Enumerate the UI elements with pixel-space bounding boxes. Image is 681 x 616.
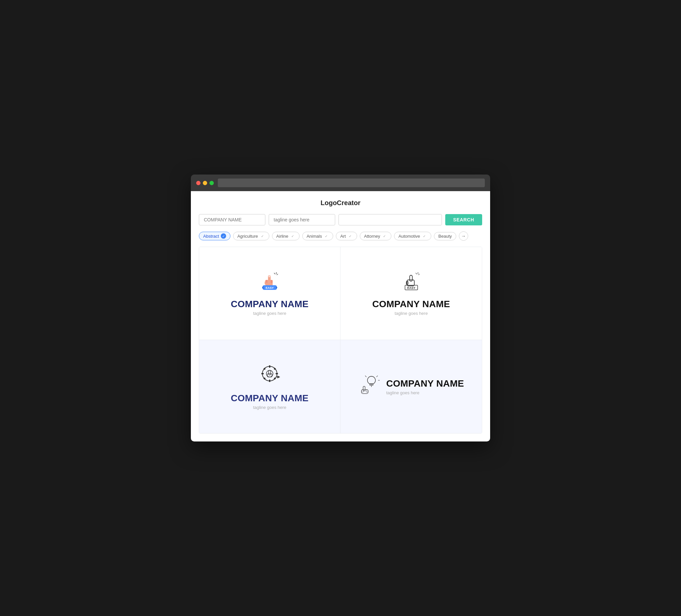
logo-2-tagline: tagline goes here: [395, 311, 428, 316]
svg-rect-6: [271, 280, 273, 283]
check-icon-agriculture: ✓: [260, 233, 265, 239]
extra-input[interactable]: [338, 214, 442, 225]
logo-card-4[interactable]: COMPANY NAME tagline goes here: [340, 340, 482, 433]
dot-red[interactable]: [196, 181, 201, 185]
svg-rect-31: [269, 370, 271, 375]
svg-line-0: [274, 273, 275, 274]
app-title: LogoCreator: [199, 199, 482, 207]
svg-rect-16: [410, 275, 412, 281]
svg-line-2: [277, 274, 278, 275]
company-name-input[interactable]: [199, 214, 266, 225]
search-button[interactable]: SEARCH: [445, 214, 482, 225]
svg-rect-8: [268, 276, 270, 277]
browser-bar: [191, 175, 490, 191]
check-icon-airline: ✓: [290, 233, 295, 239]
check-icon-automotive: ✓: [422, 233, 427, 239]
filter-abstract-label: Abstract: [203, 234, 219, 239]
filter-next-button[interactable]: →: [459, 231, 468, 241]
svg-rect-7: [265, 281, 266, 285]
logo-icon-3: [255, 364, 285, 390]
logo-3-company: COMPANY NAME: [231, 393, 309, 404]
logo-icon-4: [358, 374, 381, 397]
logo-card-3[interactable]: COMPANY NAME tagline goes here: [199, 340, 340, 433]
svg-rect-24: [261, 373, 264, 374]
check-icon-animals: ✓: [324, 233, 329, 239]
dot-yellow[interactable]: [203, 181, 207, 185]
address-bar[interactable]: [218, 179, 485, 187]
svg-rect-23: [269, 380, 270, 382]
logo-card-2[interactable]: EASY COMPANY NAME tagline goes here: [340, 247, 482, 340]
check-icon-art: ✓: [348, 233, 353, 239]
logo-2-company: COMPANY NAME: [372, 299, 450, 309]
filter-art-label: Art: [340, 234, 346, 239]
svg-rect-42: [361, 390, 363, 392]
logo-4-tagline: tagline goes here: [386, 390, 464, 395]
app-content: LogoCreator SEARCH Abstract ✓ Agricultur…: [191, 191, 490, 441]
svg-text:EASY: EASY: [407, 286, 415, 289]
filter-art[interactable]: Art ✓: [336, 232, 357, 240]
dot-green[interactable]: [209, 181, 214, 185]
logo-icon-2: EASY: [396, 271, 426, 296]
filter-agriculture-label: Agriculture: [237, 234, 258, 239]
svg-line-39: [365, 376, 367, 377]
logo-grid: EASY COMPANY NAME tagline goes here: [199, 247, 482, 434]
filter-attorney-label: Attorney: [364, 234, 380, 239]
filter-beauty-label: Beauty: [438, 234, 452, 239]
browser-dots: [196, 181, 214, 185]
filter-automotive[interactable]: Automotive ✓: [394, 232, 431, 240]
filter-abstract[interactable]: Abstract ✓: [199, 232, 230, 240]
check-icon-attorney: ✓: [382, 233, 387, 239]
filter-airline-label: Airline: [276, 234, 288, 239]
svg-line-15: [418, 274, 420, 275]
filter-beauty[interactable]: Beauty: [434, 232, 456, 240]
svg-rect-43: [366, 390, 368, 392]
logo-icon-1: EASY: [255, 271, 285, 296]
filter-animals-label: Animals: [307, 234, 322, 239]
svg-rect-22: [269, 365, 270, 368]
check-icon-abstract: ✓: [221, 233, 226, 239]
logo-4-text-group: COMPANY NAME tagline goes here: [386, 378, 464, 395]
logo-4-company: COMPANY NAME: [386, 378, 464, 389]
svg-rect-25: [276, 373, 278, 374]
svg-marker-10: [262, 285, 263, 290]
svg-text:EASY: EASY: [266, 286, 274, 289]
svg-line-37: [376, 376, 378, 377]
svg-line-13: [415, 273, 417, 274]
filter-automotive-label: Automotive: [398, 234, 420, 239]
svg-marker-11: [276, 285, 277, 290]
svg-rect-41: [361, 390, 368, 393]
svg-point-34: [368, 376, 375, 384]
logo-3-tagline: tagline goes here: [253, 405, 286, 410]
filter-bar: Abstract ✓ Agriculture ✓ Airline ✓ Anima…: [199, 231, 482, 241]
filter-airline[interactable]: Airline ✓: [272, 232, 300, 240]
filter-animals[interactable]: Animals ✓: [302, 232, 333, 240]
logo-1-company: COMPANY NAME: [231, 299, 309, 309]
logo-1-tagline: tagline goes here: [253, 311, 286, 316]
logo-card-1[interactable]: EASY COMPANY NAME tagline goes here: [199, 247, 340, 340]
search-bar: SEARCH: [199, 214, 482, 225]
filter-attorney[interactable]: Attorney ✓: [360, 232, 392, 240]
browser-window: LogoCreator SEARCH Abstract ✓ Agricultur…: [191, 175, 490, 441]
filter-agriculture[interactable]: Agriculture ✓: [233, 232, 269, 240]
tagline-input[interactable]: [269, 214, 335, 225]
